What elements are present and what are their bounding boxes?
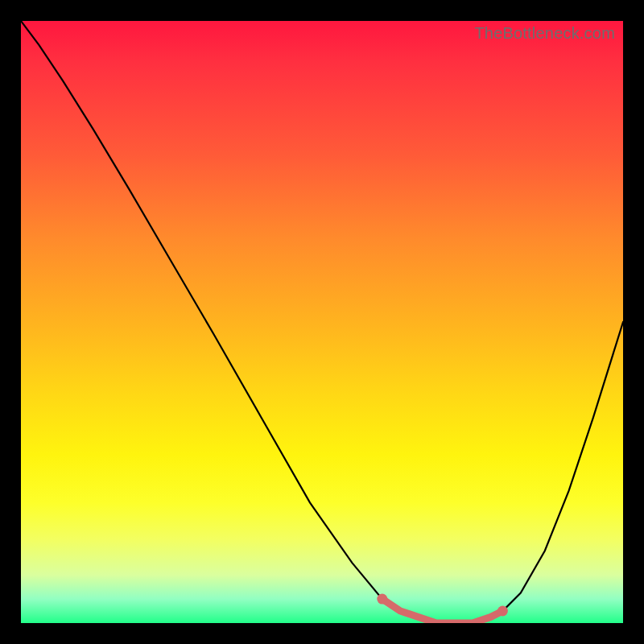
bottleneck-curve [21, 21, 623, 623]
plot-area: TheBottleneck.com [21, 21, 623, 623]
curve-overlay [21, 21, 623, 623]
chart-frame: TheBottleneck.com [0, 0, 644, 644]
optimal-range-end-dot [497, 606, 508, 617]
optimal-range-start-dot [377, 594, 387, 605]
optimal-range-marker [382, 599, 503, 623]
